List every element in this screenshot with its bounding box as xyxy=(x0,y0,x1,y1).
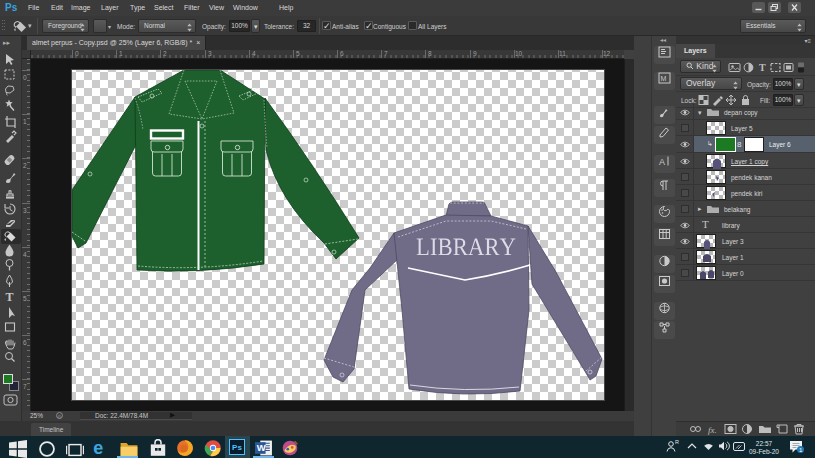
svg-text:A: A xyxy=(659,157,665,167)
svg-text:fx.: fx. xyxy=(708,425,717,435)
svg-text:M: M xyxy=(661,75,667,82)
svg-text:T: T xyxy=(759,62,766,73)
svg-text:W: W xyxy=(257,442,266,453)
svg-text:22:57: 22:57 xyxy=(756,440,773,447)
svg-text:09-Feb-20: 09-Feb-20 xyxy=(749,448,779,455)
svg-text:T: T xyxy=(6,290,14,304)
svg-text:R: R xyxy=(675,439,679,445)
svg-text:e: e xyxy=(93,439,103,457)
